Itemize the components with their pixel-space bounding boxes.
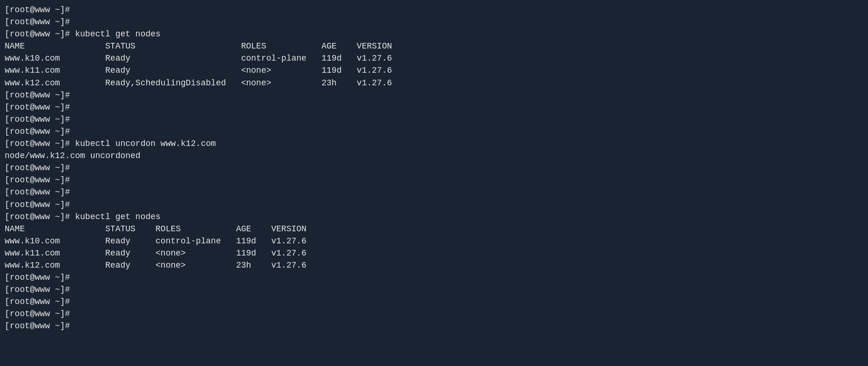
terminal-line-l16: [root@www ~]# [5, 186, 863, 198]
terminal-line-l21: www.k11.com Ready <none> 119d v1.27.6 [5, 247, 863, 259]
terminal-line-l24: [root@www ~]# [5, 283, 863, 296]
terminal-line-l17: [root@www ~]# [5, 199, 863, 211]
terminal-line-l12: [root@www ~]# kubectl uncordon www.k12.c… [5, 138, 863, 150]
terminal-line-l7: www.k12.com Ready,SchedulingDisabled <no… [5, 77, 863, 89]
terminal-line-l25: [root@www ~]# [5, 296, 863, 308]
terminal-line-l23: [root@www ~]# [5, 271, 863, 283]
terminal-line-l20: www.k10.com Ready control-plane 119d v1.… [5, 235, 863, 247]
terminal-line-l27: [root@www ~]# [5, 320, 863, 332]
terminal-line-l22: www.k12.com Ready <none> 23h v1.27.6 [5, 259, 863, 271]
terminal-line-l14: [root@www ~]# [5, 162, 863, 174]
terminal-line-l18: [root@www ~]# kubectl get nodes [5, 211, 863, 223]
terminal-line-l4: NAME STATUS ROLES AGE VERSION [5, 40, 863, 52]
terminal-line-l3: [root@www ~]# kubectl get nodes [5, 28, 863, 40]
terminal-line-l5: www.k10.com Ready control-plane 119d v1.… [5, 52, 863, 64]
terminal-line-l2: [root@www ~]# [5, 16, 863, 28]
terminal-line-l11: [root@www ~]# [5, 125, 863, 138]
terminal-line-l19: NAME STATUS ROLES AGE VERSION [5, 223, 863, 235]
terminal-line-l10: [root@www ~]# [5, 113, 863, 125]
terminal-line-l1: [root@www ~]# [5, 4, 863, 16]
terminal-line-l15: [root@www ~]# [5, 174, 863, 186]
terminal-window[interactable]: [root@www ~]#[root@www ~]#[root@www ~]# … [5, 4, 863, 362]
terminal-line-l8: [root@www ~]# [5, 89, 863, 101]
terminal-line-l9: [root@www ~]# [5, 101, 863, 113]
terminal-line-l26: [root@www ~]# [5, 308, 863, 320]
terminal-line-l6: www.k11.com Ready <none> 119d v1.27.6 [5, 64, 863, 76]
terminal-line-l13: node/www.k12.com uncordoned [5, 150, 863, 162]
